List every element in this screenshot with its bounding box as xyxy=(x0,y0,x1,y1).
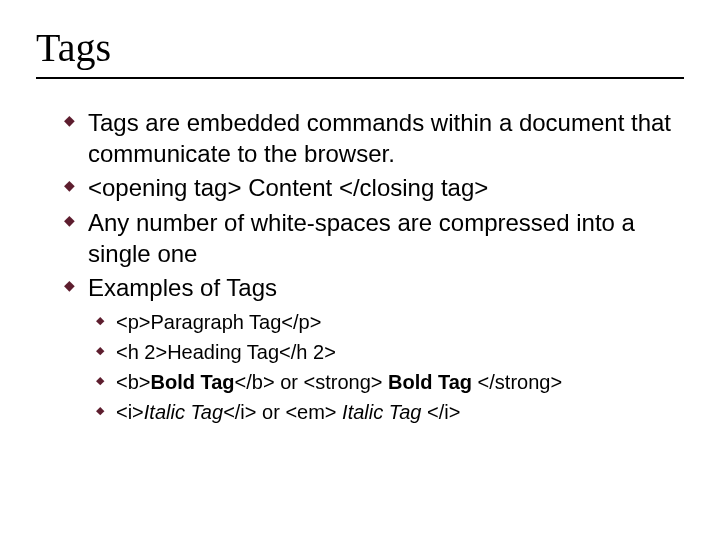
slide-title: Tags xyxy=(36,24,684,71)
main-bullet-list: Tags are embedded commands within a docu… xyxy=(64,107,684,303)
sub-bullet-item: <p>Paragraph Tag</p> xyxy=(96,309,684,336)
sub-bullet-item: <h 2>Heading Tag</h 2> xyxy=(96,339,684,366)
sub-bullet-list: <p>Paragraph Tag</p> <h 2>Heading Tag</h… xyxy=(96,309,684,426)
bullet-item: Examples of Tags xyxy=(64,272,684,303)
slide: Tags Tags are embedded commands within a… xyxy=(0,0,720,540)
bullet-item: Tags are embedded commands within a docu… xyxy=(64,107,684,169)
sub-bullet-item: <i>Italic Tag</i> or <em> Italic Tag </i… xyxy=(96,399,684,426)
sub-bullet-item: <b>Bold Tag</b> or <strong> Bold Tag </s… xyxy=(96,369,684,396)
bullet-item: Any number of white-spaces are compresse… xyxy=(64,207,684,269)
title-underline xyxy=(36,77,684,79)
bullet-item: <opening tag> Content </closing tag> xyxy=(64,172,684,203)
